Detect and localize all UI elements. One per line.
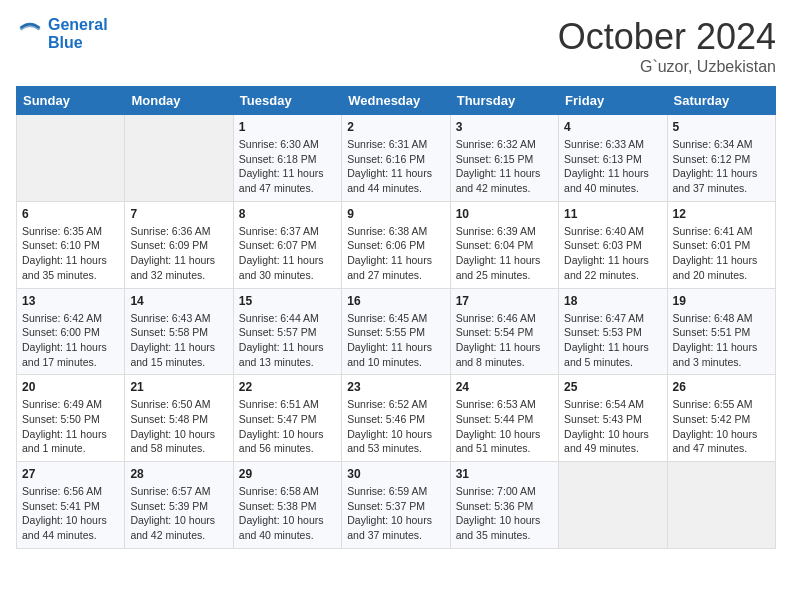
calendar-cell: 27Sunrise: 6:56 AM Sunset: 5:41 PM Dayli…	[17, 462, 125, 549]
calendar-cell: 14Sunrise: 6:43 AM Sunset: 5:58 PM Dayli…	[125, 288, 233, 375]
day-number: 1	[239, 120, 336, 134]
day-number: 27	[22, 467, 119, 481]
day-info: Sunrise: 7:00 AM Sunset: 5:36 PM Dayligh…	[456, 484, 553, 543]
calendar-header-row: SundayMondayTuesdayWednesdayThursdayFrid…	[17, 87, 776, 115]
day-info: Sunrise: 6:32 AM Sunset: 6:15 PM Dayligh…	[456, 137, 553, 196]
calendar-cell: 18Sunrise: 6:47 AM Sunset: 5:53 PM Dayli…	[559, 288, 667, 375]
day-number: 26	[673, 380, 770, 394]
day-info: Sunrise: 6:37 AM Sunset: 6:07 PM Dayligh…	[239, 224, 336, 283]
day-info: Sunrise: 6:43 AM Sunset: 5:58 PM Dayligh…	[130, 311, 227, 370]
day-number: 31	[456, 467, 553, 481]
day-number: 25	[564, 380, 661, 394]
day-number: 12	[673, 207, 770, 221]
day-number: 6	[22, 207, 119, 221]
day-info: Sunrise: 6:30 AM Sunset: 6:18 PM Dayligh…	[239, 137, 336, 196]
calendar-cell: 16Sunrise: 6:45 AM Sunset: 5:55 PM Dayli…	[342, 288, 450, 375]
logo: General Blue	[16, 16, 108, 52]
calendar-cell: 21Sunrise: 6:50 AM Sunset: 5:48 PM Dayli…	[125, 375, 233, 462]
calendar-cell: 10Sunrise: 6:39 AM Sunset: 6:04 PM Dayli…	[450, 201, 558, 288]
day-info: Sunrise: 6:54 AM Sunset: 5:43 PM Dayligh…	[564, 397, 661, 456]
day-number: 10	[456, 207, 553, 221]
calendar-cell: 11Sunrise: 6:40 AM Sunset: 6:03 PM Dayli…	[559, 201, 667, 288]
day-number: 11	[564, 207, 661, 221]
calendar-table: SundayMondayTuesdayWednesdayThursdayFrid…	[16, 86, 776, 549]
calendar-cell: 30Sunrise: 6:59 AM Sunset: 5:37 PM Dayli…	[342, 462, 450, 549]
logo-icon	[16, 20, 44, 48]
day-number: 13	[22, 294, 119, 308]
weekday-header: Friday	[559, 87, 667, 115]
day-info: Sunrise: 6:59 AM Sunset: 5:37 PM Dayligh…	[347, 484, 444, 543]
calendar-cell: 31Sunrise: 7:00 AM Sunset: 5:36 PM Dayli…	[450, 462, 558, 549]
day-info: Sunrise: 6:39 AM Sunset: 6:04 PM Dayligh…	[456, 224, 553, 283]
day-number: 7	[130, 207, 227, 221]
day-number: 5	[673, 120, 770, 134]
day-number: 23	[347, 380, 444, 394]
day-info: Sunrise: 6:35 AM Sunset: 6:10 PM Dayligh…	[22, 224, 119, 283]
location: G`uzor, Uzbekistan	[558, 58, 776, 76]
day-number: 29	[239, 467, 336, 481]
day-number: 19	[673, 294, 770, 308]
day-number: 3	[456, 120, 553, 134]
day-info: Sunrise: 6:58 AM Sunset: 5:38 PM Dayligh…	[239, 484, 336, 543]
day-info: Sunrise: 6:38 AM Sunset: 6:06 PM Dayligh…	[347, 224, 444, 283]
calendar-week-row: 1Sunrise: 6:30 AM Sunset: 6:18 PM Daylig…	[17, 115, 776, 202]
day-number: 9	[347, 207, 444, 221]
weekday-header: Wednesday	[342, 87, 450, 115]
day-info: Sunrise: 6:33 AM Sunset: 6:13 PM Dayligh…	[564, 137, 661, 196]
day-info: Sunrise: 6:53 AM Sunset: 5:44 PM Dayligh…	[456, 397, 553, 456]
day-number: 15	[239, 294, 336, 308]
day-number: 30	[347, 467, 444, 481]
day-number: 22	[239, 380, 336, 394]
day-number: 17	[456, 294, 553, 308]
day-number: 14	[130, 294, 227, 308]
day-info: Sunrise: 6:41 AM Sunset: 6:01 PM Dayligh…	[673, 224, 770, 283]
calendar-cell: 4Sunrise: 6:33 AM Sunset: 6:13 PM Daylig…	[559, 115, 667, 202]
calendar-cell: 28Sunrise: 6:57 AM Sunset: 5:39 PM Dayli…	[125, 462, 233, 549]
day-info: Sunrise: 6:42 AM Sunset: 6:00 PM Dayligh…	[22, 311, 119, 370]
calendar-cell: 19Sunrise: 6:48 AM Sunset: 5:51 PM Dayli…	[667, 288, 775, 375]
logo-text: General Blue	[48, 16, 108, 52]
calendar-cell: 29Sunrise: 6:58 AM Sunset: 5:38 PM Dayli…	[233, 462, 341, 549]
day-number: 28	[130, 467, 227, 481]
day-info: Sunrise: 6:46 AM Sunset: 5:54 PM Dayligh…	[456, 311, 553, 370]
calendar-week-row: 27Sunrise: 6:56 AM Sunset: 5:41 PM Dayli…	[17, 462, 776, 549]
calendar-cell	[667, 462, 775, 549]
calendar-cell: 13Sunrise: 6:42 AM Sunset: 6:00 PM Dayli…	[17, 288, 125, 375]
day-info: Sunrise: 6:47 AM Sunset: 5:53 PM Dayligh…	[564, 311, 661, 370]
calendar-cell: 26Sunrise: 6:55 AM Sunset: 5:42 PM Dayli…	[667, 375, 775, 462]
calendar-cell: 1Sunrise: 6:30 AM Sunset: 6:18 PM Daylig…	[233, 115, 341, 202]
day-info: Sunrise: 6:51 AM Sunset: 5:47 PM Dayligh…	[239, 397, 336, 456]
weekday-header: Monday	[125, 87, 233, 115]
day-number: 18	[564, 294, 661, 308]
calendar-cell: 23Sunrise: 6:52 AM Sunset: 5:46 PM Dayli…	[342, 375, 450, 462]
day-info: Sunrise: 6:45 AM Sunset: 5:55 PM Dayligh…	[347, 311, 444, 370]
calendar-cell: 20Sunrise: 6:49 AM Sunset: 5:50 PM Dayli…	[17, 375, 125, 462]
title-block: October 2024 G`uzor, Uzbekistan	[558, 16, 776, 76]
calendar-cell	[559, 462, 667, 549]
day-number: 16	[347, 294, 444, 308]
calendar-cell: 7Sunrise: 6:36 AM Sunset: 6:09 PM Daylig…	[125, 201, 233, 288]
calendar-cell: 25Sunrise: 6:54 AM Sunset: 5:43 PM Dayli…	[559, 375, 667, 462]
calendar-cell: 17Sunrise: 6:46 AM Sunset: 5:54 PM Dayli…	[450, 288, 558, 375]
month-title: October 2024	[558, 16, 776, 58]
day-info: Sunrise: 6:48 AM Sunset: 5:51 PM Dayligh…	[673, 311, 770, 370]
calendar-cell: 3Sunrise: 6:32 AM Sunset: 6:15 PM Daylig…	[450, 115, 558, 202]
weekday-header: Tuesday	[233, 87, 341, 115]
weekday-header: Saturday	[667, 87, 775, 115]
day-info: Sunrise: 6:56 AM Sunset: 5:41 PM Dayligh…	[22, 484, 119, 543]
calendar-week-row: 20Sunrise: 6:49 AM Sunset: 5:50 PM Dayli…	[17, 375, 776, 462]
day-info: Sunrise: 6:55 AM Sunset: 5:42 PM Dayligh…	[673, 397, 770, 456]
day-info: Sunrise: 6:31 AM Sunset: 6:16 PM Dayligh…	[347, 137, 444, 196]
day-info: Sunrise: 6:52 AM Sunset: 5:46 PM Dayligh…	[347, 397, 444, 456]
day-number: 8	[239, 207, 336, 221]
weekday-header: Thursday	[450, 87, 558, 115]
day-info: Sunrise: 6:57 AM Sunset: 5:39 PM Dayligh…	[130, 484, 227, 543]
calendar-cell: 12Sunrise: 6:41 AM Sunset: 6:01 PM Dayli…	[667, 201, 775, 288]
calendar-cell: 22Sunrise: 6:51 AM Sunset: 5:47 PM Dayli…	[233, 375, 341, 462]
calendar-cell: 24Sunrise: 6:53 AM Sunset: 5:44 PM Dayli…	[450, 375, 558, 462]
day-info: Sunrise: 6:40 AM Sunset: 6:03 PM Dayligh…	[564, 224, 661, 283]
day-number: 24	[456, 380, 553, 394]
calendar-cell: 9Sunrise: 6:38 AM Sunset: 6:06 PM Daylig…	[342, 201, 450, 288]
day-number: 21	[130, 380, 227, 394]
day-info: Sunrise: 6:44 AM Sunset: 5:57 PM Dayligh…	[239, 311, 336, 370]
